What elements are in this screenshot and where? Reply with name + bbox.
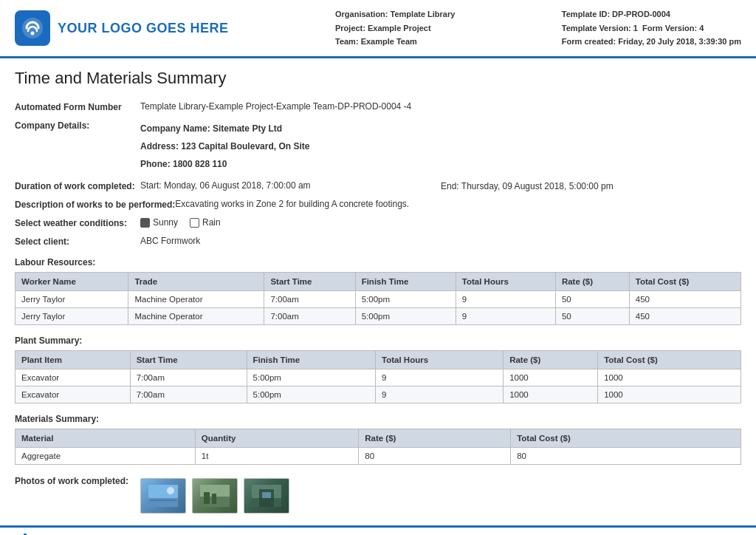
photo-3-svg [252, 485, 281, 507]
plant-col-cost: Total Cost ($) [598, 351, 741, 369]
labour-section-title: Labour Resources: [15, 257, 741, 268]
company-address: Address: 123 Capital Boulevard, On Site [140, 137, 741, 155]
labour-col-finish: Finish Time [355, 273, 456, 291]
plant-table: Plant Item Start Time Finish Time Total … [15, 350, 741, 403]
svg-point-4 [167, 487, 174, 494]
weather-rain-label: Rain [202, 217, 221, 228]
photos-label: Photos of work completed: [15, 475, 140, 486]
labour-col-hours: Total Hours [456, 273, 555, 291]
weather-rain-check [190, 218, 199, 228]
logo-text: YOUR LOGO GOES HERE [58, 21, 229, 36]
svg-point-1 [31, 32, 35, 35]
mat-col-cost: Total Cost ($) [511, 429, 741, 448]
company-details-value: Company Name: Sitemate Pty Ltd Address: … [140, 120, 741, 173]
materials-section-title: Materials Summary: [15, 414, 741, 424]
header-meta: Organisation: Template Library Project: … [335, 7, 455, 49]
org-line: Organisation: Template Library [335, 7, 455, 21]
labour-col-worker: Worker Name [16, 273, 128, 291]
plant-col-start: Start Time [130, 351, 247, 369]
logo-svg [21, 16, 44, 40]
plant-header-row: Plant Item Start Time Finish Time Total … [16, 351, 741, 369]
client-value: ABC Formwork [140, 236, 741, 246]
form-created-line: Form created: Friday, 20 July 2018, 3:39… [562, 35, 741, 49]
version-line: Template Version: 1 Form Version: 4 [562, 21, 741, 35]
weather-sunny: Sunny [140, 217, 178, 228]
plant-col-hours: Total Hours [376, 351, 504, 369]
photos-row: Photos of work completed: [15, 475, 741, 514]
table-row: Jerry TaylorMachine Operator7:00am5:00pm… [16, 291, 741, 308]
table-row: Jerry TaylorMachine Operator7:00am5:00pm… [16, 308, 741, 325]
labour-table: Worker Name Trade Start Time Finish Time… [15, 272, 741, 325]
duration-row: Duration of work completed: Start: Monda… [15, 180, 741, 191]
company-details-row: Company Details: Company Name: Sitemate … [15, 120, 741, 173]
description-label: Description of works to be performed: [15, 199, 175, 210]
duration-end: End: Thursday, 09 August 2018, 5:00:00 p… [441, 180, 741, 191]
description-value: Excavating works in Zone 2 for building … [175, 199, 741, 209]
mat-col-rate: Rate ($) [359, 429, 511, 448]
table-row: Aggregate1t8080 [16, 448, 741, 465]
footer: Generated with dashpivot.com Printed ver… [0, 525, 756, 535]
photo-1-svg [148, 485, 178, 507]
svg-rect-13 [262, 492, 271, 498]
weather-rain: Rain [190, 217, 221, 228]
client-label: Select client: [15, 236, 140, 247]
title-section: Time and Materials Summary [0, 58, 756, 101]
client-row: Select client: ABC Formwork [15, 236, 741, 247]
mat-col-material: Material [16, 429, 196, 448]
photo-thumb-3 [244, 478, 289, 514]
svg-rect-9 [212, 494, 216, 504]
team-line: Team: Example Team [335, 35, 455, 49]
weather-sunny-label: Sunny [153, 217, 178, 228]
weather-sunny-check [140, 218, 150, 228]
photos-value [140, 475, 741, 514]
form-content: Automated Form Number Template Library-E… [0, 101, 756, 514]
company-name: Company Name: Sitemate Pty Ltd [140, 120, 741, 137]
automated-form-value: Template Library-Example Project-Example… [140, 101, 741, 112]
weather-row: Select weather conditions: Sunny Rain [15, 217, 741, 228]
materials-header-row: Material Quantity Rate ($) Total Cost ($… [16, 429, 741, 448]
labour-col-start: Start Time [264, 273, 355, 291]
header: YOUR LOGO GOES HERE Organisation: Templa… [0, 0, 756, 58]
table-row: Excavator7:00am5:00pm910001000 [16, 369, 741, 386]
photo-2-svg [200, 485, 230, 507]
automated-form-row: Automated Form Number Template Library-E… [15, 101, 741, 112]
logo-section: YOUR LOGO GOES HERE [15, 7, 229, 49]
template-id-line: Template ID: DP-PROD-0004 [562, 7, 741, 21]
plant-section-title: Plant Summary: [15, 335, 741, 346]
svg-rect-8 [204, 492, 210, 504]
weather-value: Sunny Rain [140, 217, 741, 228]
photo-thumb-1 [140, 478, 186, 514]
table-row: Excavator7:00am5:00pm910001000 [16, 386, 741, 403]
photos-thumbnails [140, 478, 741, 514]
page: YOUR LOGO GOES HERE Organisation: Templa… [0, 0, 756, 535]
automated-form-label: Automated Form Number [15, 101, 140, 112]
labour-col-trade: Trade [128, 273, 264, 291]
svg-rect-3 [148, 498, 178, 507]
svg-rect-5 [150, 500, 176, 501]
labour-header-row: Worker Name Trade Start Time Finish Time… [16, 273, 741, 291]
page-title: Time and Materials Summary [15, 69, 741, 88]
project-line: Project: Example Project [335, 21, 455, 35]
labour-col-rate: Rate ($) [555, 273, 629, 291]
description-row: Description of works to be performed: Ex… [15, 199, 741, 210]
header-right: Template ID: DP-PROD-0004 Template Versi… [562, 7, 741, 49]
labour-col-cost: Total Cost ($) [629, 273, 740, 291]
duration-label: Duration of work completed: [15, 180, 140, 191]
mat-col-qty: Quantity [195, 429, 358, 448]
materials-table: Material Quantity Rate ($) Total Cost ($… [15, 429, 741, 465]
plant-col-rate: Rate ($) [504, 351, 598, 369]
weather-items: Sunny Rain [140, 217, 741, 228]
company-phone: Phone: 1800 828 110 [140, 155, 741, 173]
photo-thumb-2 [192, 478, 238, 514]
svg-point-0 [22, 18, 43, 38]
duration-start: Start: Monday, 06 August 2018, 7:00:00 a… [140, 180, 441, 191]
plant-col-item: Plant Item [16, 351, 131, 369]
logo-icon [15, 10, 50, 46]
company-details-label: Company Details: [15, 120, 140, 131]
plant-col-finish: Finish Time [247, 351, 376, 369]
weather-label: Select weather conditions: [15, 217, 140, 228]
